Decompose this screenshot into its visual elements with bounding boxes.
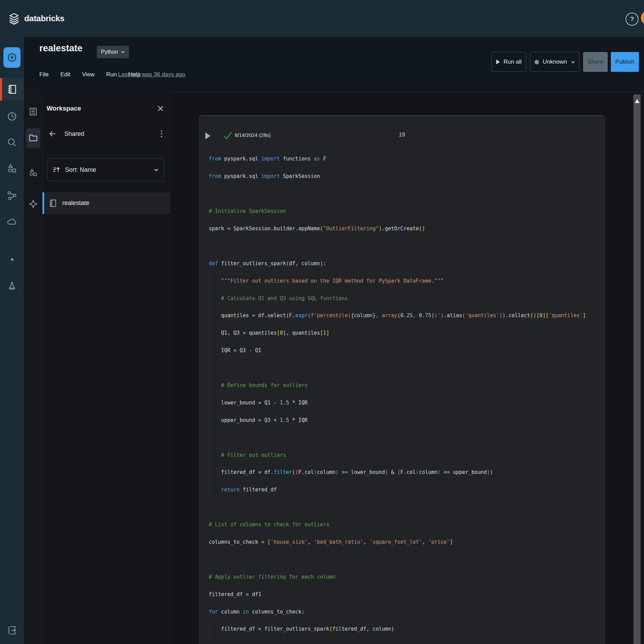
chevron-down-icon [154, 167, 159, 172]
run-all-label: Run all [504, 59, 522, 65]
workspace-panel-title: Workspace [47, 105, 81, 112]
active-indicator [0, 78, 2, 101]
databricks-app: databricks ? [0, 0, 644, 644]
dot-icon [11, 258, 13, 261]
selected-indicator [42, 192, 44, 214]
code-line: def filter_outliers_spark(df, column): [209, 255, 601, 272]
code-line: # Initialize SparkSession [209, 203, 601, 220]
share-button[interactable]: Share [583, 52, 608, 72]
code-line: # Define bounds for outliers [209, 377, 601, 394]
rail-item-assistant[interactable] [26, 196, 40, 212]
code-line: columns_to_check = ['house_size', 'bed_b… [209, 533, 601, 551]
publish-label: Publish [615, 59, 634, 65]
indent-guide [210, 621, 210, 639]
code-line: # Filter out outliers [209, 446, 601, 464]
sidebar-item-experiments[interactable] [0, 276, 24, 296]
language-label: Python [101, 49, 118, 55]
sort-dropdown[interactable]: Sort: Name [47, 158, 165, 181]
scroll-up-button[interactable] [633, 96, 641, 105]
code-line [209, 551, 601, 568]
sort-label: Sort: Name [65, 166, 96, 173]
code-line: spark = SparkSession.builder.appName("Ou… [209, 220, 601, 237]
breadcrumb-shared[interactable]: Shared [64, 130, 84, 138]
collapse-sidebar-button[interactable] [0, 621, 24, 640]
data-shapes-icon [28, 168, 38, 177]
code-cell[interactable]: 8/14/2024 (28s) 19 from pyspark.sql impo… [199, 115, 605, 644]
exit-panel-icon [7, 625, 17, 636]
notebook-icon [48, 198, 57, 208]
code-line [209, 185, 601, 203]
rail-item-toc[interactable] [26, 103, 40, 120]
search-icon [7, 137, 17, 148]
run-all-button[interactable]: Run all [491, 52, 526, 72]
vertical-scrollbar[interactable] [633, 94, 641, 644]
breadcrumb-row: Shared [42, 127, 170, 141]
new-button[interactable] [3, 47, 21, 68]
workspace-item-label: realestate [62, 199, 89, 207]
code-line: filtered_df = filter_outliers_spark(filt… [209, 620, 601, 638]
sidebar-item-search[interactable] [0, 133, 24, 152]
table-of-contents-icon [28, 107, 38, 116]
code-line [209, 499, 601, 516]
rail-item-workspace-browser[interactable] [26, 128, 40, 148]
code-line: # List of columns to check for outliers [209, 516, 601, 533]
sidebar-item-notebook-active[interactable] [0, 78, 24, 101]
share-label: Share [588, 59, 603, 65]
databricks-logo[interactable]: databricks [8, 12, 64, 25]
last-edit-link[interactable]: Last edit was 36 days ago [118, 71, 185, 78]
workspace-panel: Workspace Shared Sort: Name [42, 92, 170, 644]
sidebar-item-recents[interactable] [0, 107, 24, 126]
code-editor[interactable]: from pyspark.sql import functions as Ffr… [209, 150, 601, 638]
language-selector[interactable]: Python [97, 46, 129, 58]
close-panel-button[interactable] [156, 104, 165, 113]
indent-guide [210, 273, 210, 500]
menu-edit[interactable]: Edit [60, 71, 70, 78]
code-line: Q1, Q3 = quantiles[0], quantiles[1] [209, 324, 601, 342]
kebab-menu-icon[interactable] [161, 130, 162, 137]
cell-execution-count: 19 [199, 132, 605, 138]
code-line: filtered_df = df.filter((F.col(column) >… [209, 464, 601, 481]
sidebar-item-compute[interactable] [0, 212, 24, 231]
menu-file[interactable]: File [39, 71, 49, 78]
code-line: # Calculate Q1 and Q3 using SQL function… [209, 289, 601, 307]
code-line: upper_bound = Q3 + 1.5 * IQR [209, 411, 601, 429]
sidebar-item-workflows[interactable] [0, 186, 24, 205]
cluster-status-dot [534, 60, 539, 64]
code-line: IQR = Q3 - Q1 [209, 342, 601, 359]
notebook-header: realestate Python FileEditViewRunHelp La… [24, 37, 644, 92]
sidebar-item-more[interactable] [0, 250, 24, 269]
close-icon [157, 105, 164, 112]
databricks-logo-text: databricks [24, 14, 64, 23]
menu-view[interactable]: View [82, 71, 95, 78]
code-line: filtered_df = df1 [209, 585, 601, 603]
code-line: for column in columns_to_check: [209, 603, 601, 620]
publish-button[interactable]: Publish [611, 52, 639, 72]
back-arrow-icon[interactable] [49, 130, 57, 138]
code-line: """Filter out outliers based on the IQR … [209, 272, 601, 289]
data-shapes-icon [7, 163, 17, 174]
code-line [209, 429, 601, 446]
menu-run[interactable]: Run [106, 71, 117, 78]
folder-icon [28, 133, 38, 143]
code-line: quantiles = df.select(F.expr(f'percentil… [209, 307, 601, 324]
workflows-icon [7, 190, 17, 201]
cluster-selector[interactable]: Unknown [530, 52, 579, 72]
notebook-title[interactable]: realestate [39, 43, 82, 54]
top-bar: databricks ? [0, 0, 644, 37]
avatar[interactable] [641, 11, 644, 25]
play-icon [496, 60, 500, 64]
code-line: return filtered_df [209, 481, 601, 499]
panel-rail [24, 92, 42, 644]
databricks-logo-icon [8, 12, 21, 25]
sort-icon [52, 165, 61, 174]
workspace-item-realestate[interactable]: realestate [42, 192, 170, 214]
code-line [209, 359, 601, 377]
flask-icon [7, 281, 17, 292]
main-sidebar [0, 37, 24, 644]
sparkle-icon [28, 199, 38, 209]
notebook-content: 8/14/2024 (28s) 19 from pyspark.sql impo… [170, 92, 644, 644]
sidebar-item-catalog[interactable] [0, 159, 24, 178]
help-icon[interactable]: ? [626, 13, 639, 26]
rail-item-catalog[interactable] [26, 164, 40, 181]
code-line: lower_bound = Q1 - 1.5 * IQR [209, 394, 601, 411]
